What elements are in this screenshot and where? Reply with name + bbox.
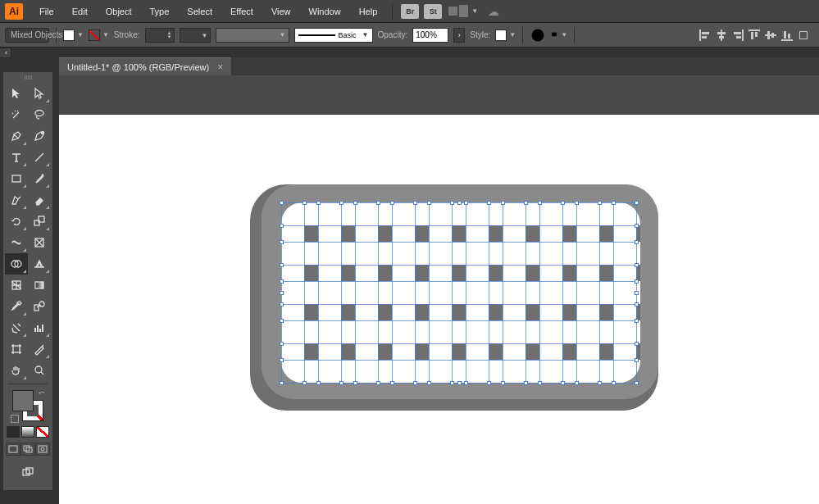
align-right-button[interactable] bbox=[730, 28, 745, 43]
svg-rect-2 bbox=[552, 33, 557, 37]
canvas-area[interactable] bbox=[59, 75, 819, 504]
swap-fill-stroke-icon[interactable]: ⤺ bbox=[39, 388, 45, 397]
tools-panel: ⤺ bbox=[3, 72, 52, 490]
draw-inside-button[interactable] bbox=[35, 443, 50, 456]
magic-wand-tool[interactable] bbox=[5, 104, 28, 125]
hand-tool[interactable] bbox=[5, 360, 28, 381]
stroke-weight-field[interactable]: ▲▼ bbox=[145, 28, 175, 43]
artboard-tool[interactable] bbox=[5, 338, 28, 360]
menu-divider bbox=[392, 4, 393, 19]
align-left-button[interactable] bbox=[698, 28, 712, 43]
free-transform-tool[interactable] bbox=[28, 232, 51, 253]
align-vcenter-button[interactable] bbox=[763, 28, 778, 43]
scale-tool[interactable] bbox=[28, 211, 51, 232]
panel-grip-icon[interactable] bbox=[16, 75, 40, 80]
symbol-sprayer-tool[interactable] bbox=[5, 317, 28, 338]
fill-color-icon bbox=[63, 30, 75, 41]
transform-button[interactable] bbox=[796, 28, 811, 43]
svg-rect-13 bbox=[34, 305, 39, 311]
screen-mode-button[interactable] bbox=[16, 462, 39, 484]
eyedropper-tool[interactable] bbox=[5, 296, 28, 317]
selection-tool[interactable] bbox=[5, 83, 28, 104]
blend-tool[interactable] bbox=[28, 296, 51, 317]
color-mode-none[interactable] bbox=[36, 426, 49, 438]
color-mode-solid[interactable] bbox=[7, 426, 20, 438]
menu-view[interactable]: View bbox=[263, 3, 299, 20]
align-bottom-button[interactable] bbox=[780, 28, 794, 43]
selection-label: Mixed Objects bbox=[11, 30, 62, 39]
menu-select[interactable]: Select bbox=[179, 3, 221, 20]
direct-selection-tool[interactable] bbox=[28, 83, 51, 104]
selection-indicator: Mixed Objects bbox=[5, 28, 49, 43]
zoom-tool[interactable] bbox=[28, 360, 51, 381]
opacity-field[interactable]: 100% bbox=[412, 28, 448, 43]
align-to-flyout-icon[interactable]: ▼ bbox=[551, 28, 567, 43]
opacity-label: Opacity: bbox=[378, 30, 408, 39]
draw-normal-button[interactable] bbox=[6, 443, 20, 456]
fill-proxy-icon[interactable] bbox=[12, 390, 34, 411]
svg-rect-12 bbox=[35, 282, 43, 288]
document-tab-title: Untitled-1* @ 100% (RGB/Preview) bbox=[67, 62, 209, 72]
draw-behind-button[interactable] bbox=[20, 443, 35, 456]
brush-style[interactable]: Basic ▼ bbox=[294, 28, 373, 43]
align-buttons bbox=[698, 28, 814, 43]
color-mode-gradient[interactable] bbox=[21, 426, 34, 438]
shape-builder-tool[interactable] bbox=[5, 253, 28, 275]
mesh-tool[interactable] bbox=[5, 275, 28, 296]
panel-collapse-toggle[interactable] bbox=[0, 48, 11, 58]
menu-effect[interactable]: Effect bbox=[222, 3, 262, 20]
spinner-icon: ▲▼ bbox=[167, 31, 172, 39]
basic-brush-icon bbox=[298, 34, 335, 36]
align-top-button[interactable] bbox=[747, 28, 762, 43]
stock-button[interactable]: St bbox=[424, 4, 442, 19]
workspace-switcher[interactable]: ▼ bbox=[448, 5, 478, 17]
svg-rect-15 bbox=[13, 346, 20, 352]
paintbrush-tool[interactable] bbox=[28, 168, 51, 189]
lasso-tool[interactable] bbox=[28, 104, 51, 125]
svg-point-4 bbox=[42, 132, 44, 134]
svg-point-3 bbox=[35, 111, 43, 116]
brush-definition[interactable]: ▼ bbox=[216, 28, 289, 43]
menu-object[interactable]: Object bbox=[98, 3, 140, 20]
menu-type[interactable]: Type bbox=[142, 3, 178, 20]
menu-bar: Ai File Edit Object Type Select Effect V… bbox=[0, 0, 819, 23]
variable-width-profile[interactable]: ▼ bbox=[180, 28, 211, 43]
brush-style-label: Basic bbox=[339, 31, 357, 39]
gradient-tool[interactable] bbox=[28, 275, 51, 296]
style-label: Style: bbox=[470, 30, 490, 39]
pen-tool[interactable] bbox=[5, 125, 28, 147]
opacity-flyout[interactable]: › bbox=[453, 28, 465, 43]
width-tool[interactable] bbox=[5, 232, 28, 253]
rectangle-tool[interactable] bbox=[5, 168, 28, 189]
line-segment-tool[interactable] bbox=[28, 147, 51, 168]
curvature-tool[interactable] bbox=[28, 125, 51, 147]
eraser-tool[interactable] bbox=[28, 189, 51, 211]
fill-stroke-control[interactable]: ⤺ bbox=[11, 388, 45, 423]
align-hcenter-button[interactable] bbox=[714, 28, 729, 43]
menu-edit[interactable]: Edit bbox=[64, 3, 96, 20]
tool-divider bbox=[8, 384, 48, 384]
perspective-grid-tool[interactable] bbox=[28, 253, 51, 275]
menu-file[interactable]: File bbox=[31, 3, 62, 20]
menu-help[interactable]: Help bbox=[351, 3, 386, 20]
artboard[interactable] bbox=[59, 115, 819, 504]
default-fill-stroke-icon[interactable] bbox=[11, 415, 19, 423]
stroke-swatch[interactable]: ▼ bbox=[89, 30, 109, 41]
artwork-group[interactable] bbox=[250, 184, 658, 411]
column-graph-tool[interactable] bbox=[28, 317, 51, 338]
grid-rect[interactable] bbox=[281, 202, 640, 383]
app-logo: Ai bbox=[5, 3, 23, 20]
shaper-tool[interactable] bbox=[5, 189, 28, 211]
type-tool[interactable] bbox=[5, 147, 28, 168]
recolor-artwork-icon[interactable] bbox=[530, 28, 546, 43]
menu-window[interactable]: Window bbox=[301, 3, 349, 20]
stroke-label: Stroke: bbox=[114, 30, 140, 39]
sync-icon[interactable]: ☁ bbox=[488, 5, 499, 18]
document-tab[interactable]: Untitled-1* @ 100% (RGB/Preview) × bbox=[59, 57, 231, 75]
rotate-tool[interactable] bbox=[5, 211, 28, 232]
fill-swatch[interactable]: ▼ bbox=[63, 30, 84, 41]
bridge-button[interactable]: Br bbox=[401, 4, 419, 19]
graphic-style-swatch[interactable]: ▼ bbox=[495, 30, 516, 41]
slice-tool[interactable] bbox=[28, 338, 51, 360]
close-tab-icon[interactable]: × bbox=[217, 61, 223, 73]
